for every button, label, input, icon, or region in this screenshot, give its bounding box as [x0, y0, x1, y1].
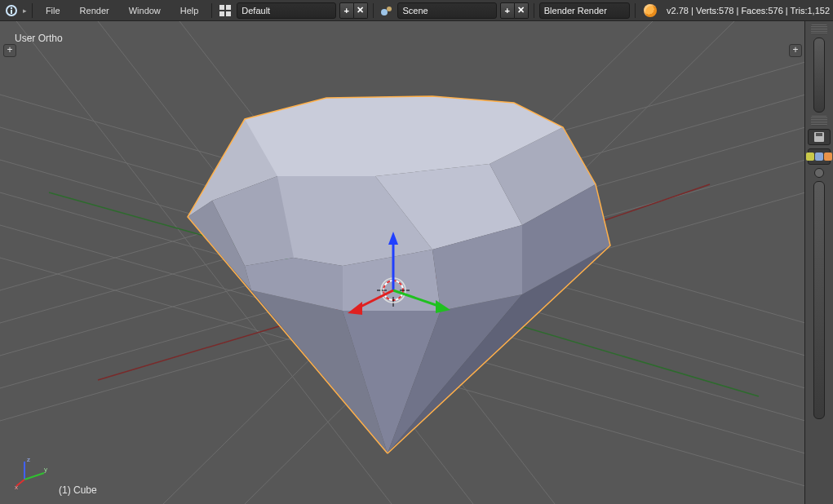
- screen-layout-selector[interactable]: Default: [237, 2, 335, 19]
- svg-rect-4: [226, 5, 231, 10]
- expand-icon[interactable]: ▸: [23, 7, 27, 15]
- region-grip-icon[interactable]: [811, 24, 827, 34]
- menu-render[interactable]: Render: [72, 0, 117, 21]
- separator: [373, 3, 374, 18]
- svg-line-57: [24, 473, 44, 480]
- menu-window[interactable]: Window: [121, 0, 169, 21]
- separator: [32, 3, 33, 18]
- properties-toggle[interactable]: +: [789, 44, 802, 57]
- scene-tab-icon[interactable]: [815, 153, 823, 161]
- context-tabs[interactable]: [808, 148, 831, 165]
- editor-type-icon[interactable]: [3, 2, 20, 19]
- separator: [534, 3, 534, 18]
- selected-object[interactable]: [188, 96, 610, 453]
- separator: [635, 3, 636, 18]
- properties-strip[interactable]: [813, 181, 825, 419]
- svg-rect-2: [11, 10, 12, 14]
- svg-point-8: [387, 7, 392, 11]
- add-layout-button[interactable]: +: [339, 2, 354, 19]
- save-icon[interactable]: [808, 129, 831, 145]
- object-tab-icon[interactable]: [824, 153, 832, 161]
- menu-help[interactable]: Help: [172, 0, 207, 21]
- blender-logo-icon: [644, 4, 657, 17]
- svg-point-7: [381, 9, 388, 15]
- scene-icon[interactable]: [379, 2, 395, 19]
- info-header: ▸ File Render Window Help Default + ✕ Sc…: [0, 0, 833, 21]
- view-orientation-label: User Ortho: [15, 33, 63, 44]
- render-engine-value: Blender Render: [544, 6, 607, 15]
- render-engine-selector[interactable]: Blender Render: [539, 2, 630, 19]
- remove-scene-button[interactable]: ✕: [515, 2, 529, 19]
- svg-rect-5: [219, 11, 224, 16]
- separator: [211, 3, 212, 18]
- mesh-stats: Verts:578 | Faces:576 | Tris:1,152: [696, 6, 830, 15]
- screen-layout-value: Default: [241, 6, 270, 15]
- properties-region: [804, 21, 833, 504]
- svg-text:z: z: [27, 456, 30, 463]
- screen-layout-icon[interactable]: [217, 2, 233, 19]
- svg-rect-63: [816, 133, 822, 136]
- svg-rect-6: [226, 11, 231, 16]
- scene-value: Scene: [402, 6, 428, 15]
- svg-point-1: [11, 7, 12, 8]
- version-label: v2.78: [667, 6, 689, 15]
- menu-file[interactable]: File: [38, 0, 69, 21]
- viewport-canvas[interactable]: [0, 21, 805, 504]
- render-tab-icon[interactable]: [806, 153, 814, 161]
- active-object-label: (1) Cube: [59, 484, 97, 496]
- axis-mini-widget: z y x: [15, 453, 51, 489]
- outliner-strip[interactable]: [813, 38, 825, 113]
- svg-text:x: x: [15, 484, 18, 489]
- 3d-viewport[interactable]: User Ortho (1) Cube + + z y x: [0, 21, 805, 504]
- add-scene-button[interactable]: +: [500, 2, 515, 19]
- header-stats: v2.78 | Verts:578 | Faces:576 | Tris:1,1…: [667, 6, 830, 15]
- toolshelf-toggle[interactable]: +: [3, 44, 16, 57]
- region-grip-icon[interactable]: [811, 116, 827, 126]
- scene-selector[interactable]: Scene: [397, 2, 496, 19]
- dot-icon: [814, 168, 824, 178]
- svg-text:y: y: [44, 466, 47, 473]
- remove-layout-button[interactable]: ✕: [354, 2, 368, 19]
- svg-rect-3: [219, 5, 224, 10]
